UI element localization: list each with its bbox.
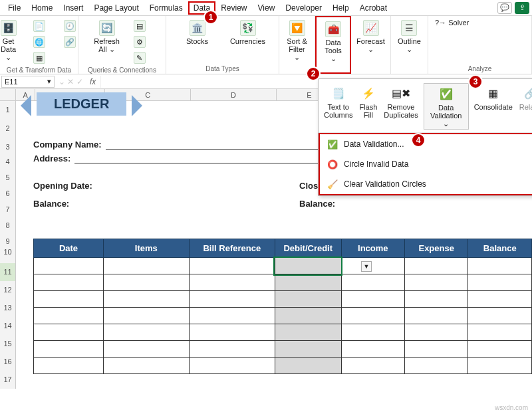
label-balance-close: Balance:	[299, 199, 335, 209]
row-11[interactable]: 11	[0, 263, 16, 281]
data-tools-icon: 🧰	[325, 21, 341, 37]
cell-E11[interactable]	[275, 258, 341, 274]
refresh-icon: 🔄	[99, 20, 115, 36]
from-web-icon[interactable]: 🌐	[26, 35, 53, 49]
select-all-corner[interactable]	[0, 89, 16, 100]
row-9[interactable]: 9	[0, 233, 16, 243]
relationships-button[interactable]: 🔗 Relatio	[518, 83, 532, 130]
data-validation-button[interactable]: ✅ Data Validation ⌄	[424, 83, 469, 130]
share-button[interactable]: ⇪	[515, 2, 529, 14]
row-8[interactable]: 8	[0, 217, 16, 233]
tab-developer[interactable]: Developer	[280, 1, 327, 15]
th-date: Date	[34, 239, 104, 258]
data-tools-group: 🧰 Data Tools ⌄	[315, 16, 351, 74]
get-data-button[interactable]: 🗄️ Get Data ⌄	[0, 19, 22, 62]
solver-button[interactable]: ?→ Solver	[435, 19, 469, 27]
stocks-icon: 🏛️	[190, 20, 205, 36]
flash-fill-button[interactable]: ⚡ Flash Fill	[358, 83, 378, 130]
refresh-all-button[interactable]: 🔄 Refresh All ⌄	[91, 19, 122, 54]
remove-duplicates-button[interactable]: ▤✖ Remove Duplicates	[382, 83, 419, 130]
row-6[interactable]: 6	[0, 185, 16, 201]
row-5[interactable]: 5	[0, 169, 16, 185]
cell-E13[interactable]	[275, 291, 341, 308]
outline-button[interactable]: ☰ Outline ⌄	[395, 19, 424, 54]
cell-E15[interactable]	[275, 324, 341, 341]
tab-page-layout[interactable]: Page Layout	[88, 1, 144, 15]
th-debit-credit: Debit/Credit	[275, 239, 341, 258]
cell-E14[interactable]	[275, 308, 341, 324]
tab-view[interactable]: View	[253, 1, 281, 15]
queries-icon[interactable]: ▤	[126, 19, 153, 33]
tab-review[interactable]: Review	[215, 1, 252, 15]
callout-4: 4	[411, 133, 426, 148]
edit-links-icon[interactable]: ✎	[126, 51, 153, 65]
menubar: File Home Insert Page Layout Formulas Da…	[0, 0, 532, 16]
th-income: Income	[341, 239, 404, 258]
row-10[interactable]: 10	[0, 243, 16, 263]
circle-invalid-icon: ⭕	[327, 158, 338, 170]
th-items: Items	[103, 239, 189, 258]
sort-filter-button[interactable]: 🔽 Sort & Filter ⌄	[283, 19, 311, 62]
forecast-icon: 📈	[363, 20, 379, 36]
forecast-button[interactable]: 📈 Forecast ⌄	[354, 19, 388, 54]
text-to-columns-button[interactable]: 🗒️ Text to Columns	[323, 83, 354, 130]
ledger-title: LEDGER	[37, 92, 126, 116]
cell-dropdown-arrow[interactable]: ▼	[361, 261, 372, 272]
row-2[interactable]: 2	[0, 120, 16, 138]
consolidate-button[interactable]: ▦ Consolidate	[473, 83, 514, 130]
row-14[interactable]: 14	[0, 317, 16, 335]
data-validation-menu: ✅ Data Validation... ⭕ Circle Invalid Da…	[319, 133, 532, 195]
currencies-icon: 💱	[240, 20, 256, 36]
row-4[interactable]: 4	[0, 153, 16, 169]
currencies-button[interactable]: 💱 Currencies	[225, 19, 271, 47]
consolidate-icon: ▦	[485, 84, 502, 102]
row-15[interactable]: 15	[0, 335, 16, 353]
label-opening-date: Opening Date:	[33, 181, 92, 191]
row-16[interactable]: 16	[0, 353, 16, 371]
row-17[interactable]: 17	[0, 371, 16, 389]
ribbon: 🗄️ Get Data ⌄ 📄 🌐 ▦ 🕘 🔗 Get & Transform …	[0, 16, 532, 74]
cell-E17[interactable]	[275, 358, 341, 374]
text-to-columns-icon: 🗒️	[330, 84, 347, 102]
row-3[interactable]: 3	[0, 138, 16, 153]
callout-3: 3	[468, 74, 483, 89]
remove-duplicates-icon: ▤✖	[392, 84, 410, 102]
th-expense: Expense	[404, 239, 468, 258]
cell-E12[interactable]	[275, 274, 341, 291]
fx-label: fx	[86, 77, 100, 86]
row-12[interactable]: 12	[0, 281, 16, 299]
clear-circles-icon: 🧹	[327, 178, 338, 190]
get-data-icon: 🗄️	[1, 20, 17, 36]
group-data-types: Data Types	[205, 65, 239, 72]
row-13[interactable]: 13	[0, 299, 16, 317]
group-get-transform: Get & Transform Data	[7, 66, 71, 74]
flash-fill-icon: ⚡	[360, 84, 377, 102]
menu-data-validation[interactable]: ✅ Data Validation...	[320, 134, 532, 154]
menu-clear-circles[interactable]: 🧹 Clear Validation Circles	[320, 174, 532, 194]
row-1[interactable]: 1	[0, 101, 16, 120]
tab-help[interactable]: Help	[327, 1, 354, 15]
data-tools-button[interactable]: 🧰 Data Tools ⌄	[320, 20, 346, 64]
menu-circle-invalid[interactable]: ⭕ Circle Invalid Data	[320, 154, 532, 174]
row-7[interactable]: 7	[0, 201, 16, 217]
tab-home[interactable]: Home	[26, 1, 58, 15]
col-D[interactable]: D	[191, 89, 277, 100]
data-validation-icon: ✅	[438, 85, 455, 102]
tab-file[interactable]: File	[3, 1, 26, 15]
cell-E16[interactable]	[275, 341, 341, 358]
tab-formulas[interactable]: Formulas	[144, 1, 188, 15]
from-table-icon[interactable]: ▦	[26, 51, 53, 65]
watermark: wsxdn.com	[495, 404, 528, 411]
properties-icon[interactable]: ⚙	[126, 35, 153, 49]
ledger-banner: LEDGER	[37, 92, 126, 116]
comments-button[interactable]: 💬	[497, 2, 512, 14]
callout-1: 1	[203, 10, 218, 25]
callout-2: 2	[306, 66, 321, 81]
tab-insert[interactable]: Insert	[58, 1, 88, 15]
label-address: Address:	[33, 154, 70, 163]
name-box[interactable]: E11▾	[1, 76, 55, 88]
tab-acrobat[interactable]: Acrobat	[354, 1, 392, 15]
outline-icon: ☰	[401, 20, 417, 36]
data-validation-menu-icon: ✅	[327, 138, 338, 150]
from-text-icon[interactable]: 📄	[26, 19, 53, 33]
